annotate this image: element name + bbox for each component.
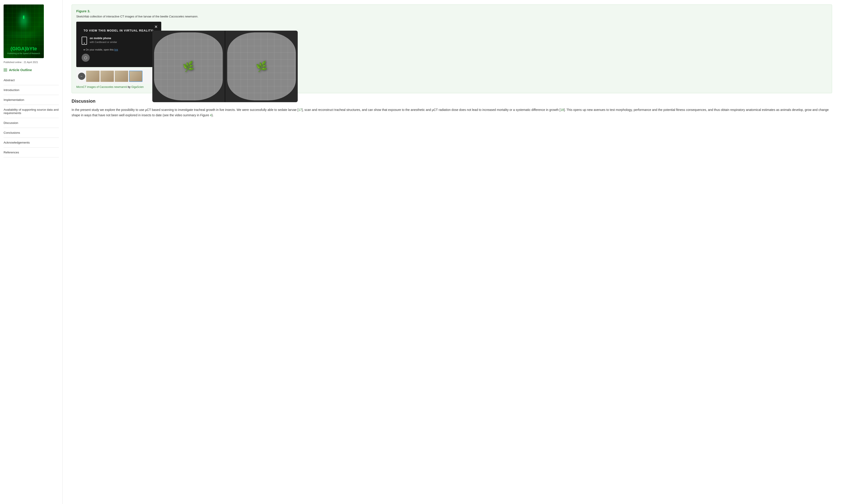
vr-mobile-text: on mobile phone with Cardboard or simila… <box>90 37 117 44</box>
thumbnail-1[interactable] <box>86 71 100 82</box>
figure-caption-species: Cacosceles newmann <box>169 15 197 18</box>
specimen-right: 🌿 <box>255 60 268 73</box>
vr-mobile-option: on mobile phone with Cardboard or simila… <box>82 37 156 45</box>
vr-title: TO VIEW THIS MODEL IN VIRTUAL REALITY: <box>82 29 156 32</box>
vr-link-text: On your mobile, open this <box>86 48 114 51</box>
ref-18-link[interactable]: 18 <box>560 108 564 112</box>
sidebar-item-availability[interactable]: Availability of supporting source data a… <box>4 105 59 118</box>
thumbnail-4[interactable] <box>129 71 142 82</box>
figure-caption-end: . <box>197 15 198 18</box>
main-content: Figure 3. Sketchfab collection of intera… <box>62 0 841 504</box>
article-outline-label: Article Outline <box>9 68 32 72</box>
vr-eye-right: 🌿 <box>227 32 296 101</box>
thumbnail-prev-button[interactable]: ← <box>78 73 85 80</box>
article-nav: Abstract Introduction Implementation Ava… <box>4 75 59 158</box>
figure-label: Figure 3. <box>76 9 827 13</box>
attribution-author[interactable]: GigaScien <box>131 86 144 89</box>
article-outline-header: Article Outline <box>4 68 59 72</box>
ref-17-link[interactable]: 17 <box>298 108 302 112</box>
thumbnail-strip: ← <box>76 69 161 84</box>
figure-4-link[interactable]: 4 <box>210 113 212 117</box>
sidebar-item-implementation[interactable]: Implementation <box>4 95 59 105</box>
thumbnail-2[interactable] <box>101 71 114 82</box>
discussion-body: In the present study we explore the poss… <box>72 107 832 118</box>
viewer-container: ✕ TO VIEW THIS MODEL IN VIRTUAL REALITY:… <box>76 22 827 89</box>
vr-divider <box>225 31 226 102</box>
figure-caption-start: Sketchfab collection of interactive CT i… <box>76 15 168 18</box>
vr-mobile-subtitle: with Cardboard or similar <box>90 41 117 43</box>
sidebar: (GIGA)bYte Publishing at the Speed of Re… <box>0 0 62 504</box>
vr-mobile-title: on mobile phone <box>90 37 117 40</box>
vr-eye-left: 🌿 <box>154 32 223 101</box>
journal-name: (GIGA)bYte <box>11 46 37 51</box>
sidebar-item-references[interactable]: References <box>4 148 59 158</box>
journal-subtitle: Publishing at the Speed of Research <box>7 52 40 55</box>
sidebar-item-introduction[interactable]: Introduction <box>4 85 59 95</box>
vr-link-line: ● On your mobile, open this link <box>84 48 156 51</box>
thumbnail-3[interactable] <box>115 71 128 82</box>
journal-cover: (GIGA)bYte Publishing at the Speed of Re… <box>4 4 44 58</box>
attribution-link[interactable]: MicroCT images of Cacosceles newmannii <box>76 86 127 89</box>
specimen-left: 🌿 <box>182 60 195 73</box>
sidebar-item-acknowledgements[interactable]: Acknowledgements <box>4 138 59 148</box>
attribution-by: by <box>128 86 131 89</box>
phone-icon <box>82 37 87 45</box>
sidebar-item-abstract[interactable]: Abstract <box>4 75 59 85</box>
attribution: MicroCT images of Cacosceles newmannii b… <box>76 86 161 89</box>
published-date: Published online : 21 April 2021 <box>4 61 59 64</box>
sidebar-item-conclusions[interactable]: Conclusions <box>4 128 59 138</box>
figure-box: Figure 3. Sketchfab collection of intera… <box>72 4 832 93</box>
sketchfab-icon: ⬡ <box>82 54 90 62</box>
figure-caption: Sketchfab collection of interactive CT i… <box>76 15 827 18</box>
vr-overlay: ✕ TO VIEW THIS MODEL IN VIRTUAL REALITY:… <box>76 22 161 67</box>
sidebar-item-discussion[interactable]: Discussion <box>4 118 59 128</box>
vr-link[interactable]: link <box>114 48 118 51</box>
close-icon[interactable]: ✕ <box>154 24 158 29</box>
vr-dual-view: 🌿 🌿 <box>152 31 298 102</box>
menu-icon <box>4 69 7 71</box>
